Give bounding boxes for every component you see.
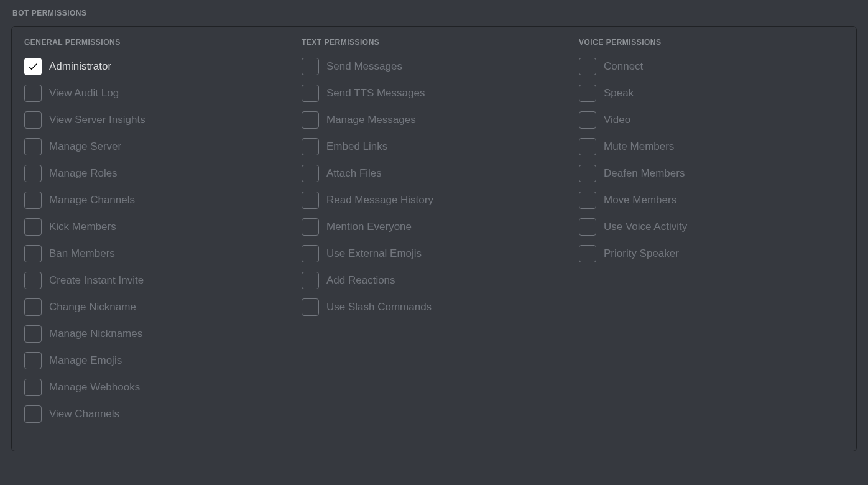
permission-row[interactable]: Attach Files [302, 165, 566, 182]
permission-row[interactable]: Mention Everyone [302, 218, 566, 236]
permission-row[interactable]: View Server Insights [24, 111, 289, 129]
permission-label: View Server Insights [49, 114, 145, 126]
permission-row[interactable]: Create Instant Invite [24, 272, 289, 289]
permission-row[interactable]: Ban Members [24, 245, 289, 262]
permission-label: Attach Files [326, 167, 382, 180]
permission-row[interactable]: Manage Nicknames [24, 325, 289, 343]
permission-row[interactable]: Embed Links [302, 138, 566, 155]
permission-row[interactable]: Move Members [579, 192, 844, 209]
permissions-column: TEXT PERMISSIONSSend MessagesSend TTS Me… [302, 38, 566, 432]
permission-checkbox[interactable] [579, 218, 596, 236]
permission-row[interactable]: View Audit Log [24, 85, 289, 102]
permission-row[interactable]: Manage Webhooks [24, 379, 289, 396]
permission-label: Manage Nicknames [49, 328, 142, 340]
permission-checkbox[interactable] [302, 111, 319, 129]
permission-row[interactable]: Administrator [24, 58, 289, 75]
permission-label: View Audit Log [49, 87, 119, 99]
permission-label: View Channels [49, 408, 119, 420]
permission-row[interactable]: Use External Emojis [302, 245, 566, 262]
permission-row[interactable]: Use Slash Commands [302, 298, 566, 316]
permission-label: Send Messages [326, 60, 402, 73]
permission-checkbox[interactable] [302, 165, 319, 182]
permission-checkbox[interactable] [24, 325, 42, 343]
permission-checkbox[interactable] [24, 298, 42, 316]
permission-label: Add Reactions [326, 274, 395, 287]
permission-checkbox[interactable] [302, 192, 319, 209]
permission-row[interactable]: Kick Members [24, 218, 289, 236]
permission-label: Change Nickname [49, 301, 136, 313]
permission-label: Read Message History [326, 194, 433, 206]
permission-checkbox[interactable] [579, 85, 596, 102]
permission-checkbox[interactable] [579, 192, 596, 209]
permission-label: Manage Channels [49, 194, 135, 206]
permission-checkbox[interactable] [24, 165, 42, 182]
permission-label: Administrator [49, 60, 111, 73]
permission-label: Send TTS Messages [326, 87, 425, 99]
permission-checkbox[interactable] [302, 218, 319, 236]
permission-checkbox[interactable] [579, 58, 596, 75]
permission-row[interactable]: Manage Emojis [24, 352, 289, 369]
permission-label: Move Members [604, 194, 676, 206]
permission-checkbox[interactable] [302, 58, 319, 75]
permission-label: Ban Members [49, 247, 115, 260]
permission-label: Connect [604, 60, 643, 73]
permission-checkbox[interactable] [24, 245, 42, 262]
permission-label: Use External Emojis [326, 247, 422, 260]
permission-label: Embed Links [326, 141, 387, 153]
permission-row[interactable]: Manage Channels [24, 192, 289, 209]
section-title: BOT PERMISSIONS [0, 0, 868, 26]
permission-checkbox[interactable] [24, 111, 42, 129]
permission-checkbox[interactable] [302, 298, 319, 316]
permission-label: Kick Members [49, 221, 116, 233]
permission-row[interactable]: Read Message History [302, 192, 566, 209]
permission-checkbox[interactable] [24, 218, 42, 236]
permission-row[interactable]: Manage Messages [302, 111, 566, 129]
permission-row[interactable]: Send Messages [302, 58, 566, 75]
permission-checkbox[interactable] [24, 379, 42, 396]
permission-checkbox[interactable] [24, 352, 42, 369]
permission-checkbox[interactable] [579, 165, 596, 182]
permission-checkbox[interactable] [579, 111, 596, 129]
permission-checkbox[interactable] [24, 405, 42, 423]
column-header: GENERAL PERMISSIONS [24, 38, 289, 47]
permission-row[interactable]: Manage Server [24, 138, 289, 155]
permission-checkbox[interactable] [579, 245, 596, 262]
permission-label: Create Instant Invite [49, 274, 144, 287]
permission-row[interactable]: Change Nickname [24, 298, 289, 316]
permission-row[interactable]: Use Voice Activity [579, 218, 844, 236]
permissions-column: GENERAL PERMISSIONSAdministratorView Aud… [24, 38, 289, 432]
permission-checkbox[interactable] [24, 58, 42, 75]
permission-label: Manage Messages [326, 114, 416, 126]
permission-label: Deafen Members [604, 167, 685, 180]
column-header: VOICE PERMISSIONS [579, 38, 844, 47]
permission-row[interactable]: Deafen Members [579, 165, 844, 182]
permission-row[interactable]: Send TTS Messages [302, 85, 566, 102]
permission-checkbox[interactable] [302, 85, 319, 102]
permission-row[interactable]: View Channels [24, 405, 289, 423]
permission-row[interactable]: Video [579, 111, 844, 129]
permission-label: Mention Everyone [326, 221, 412, 233]
permission-row[interactable]: Priority Speaker [579, 245, 844, 262]
permission-row[interactable]: Manage Roles [24, 165, 289, 182]
permission-row[interactable]: Connect [579, 58, 844, 75]
permission-row[interactable]: Mute Members [579, 138, 844, 155]
permission-label: Use Voice Activity [604, 221, 687, 233]
permission-label: Speak [604, 87, 634, 99]
permission-checkbox[interactable] [24, 138, 42, 155]
permission-checkbox[interactable] [24, 272, 42, 289]
permission-checkbox[interactable] [24, 192, 42, 209]
permission-label: Use Slash Commands [326, 301, 432, 313]
permissions-column: VOICE PERMISSIONSConnectSpeakVideoMute M… [579, 38, 844, 432]
permission-row[interactable]: Add Reactions [302, 272, 566, 289]
permission-checkbox[interactable] [302, 272, 319, 289]
permission-checkbox[interactable] [579, 138, 596, 155]
permissions-panel: GENERAL PERMISSIONSAdministratorView Aud… [11, 26, 857, 451]
permission-label: Manage Emojis [49, 354, 122, 367]
permission-label: Manage Roles [49, 167, 118, 180]
permission-checkbox[interactable] [24, 85, 42, 102]
permission-checkbox[interactable] [302, 245, 319, 262]
permission-label: Video [604, 114, 630, 126]
permission-row[interactable]: Speak [579, 85, 844, 102]
permission-checkbox[interactable] [302, 138, 319, 155]
permission-label: Manage Server [49, 141, 121, 153]
